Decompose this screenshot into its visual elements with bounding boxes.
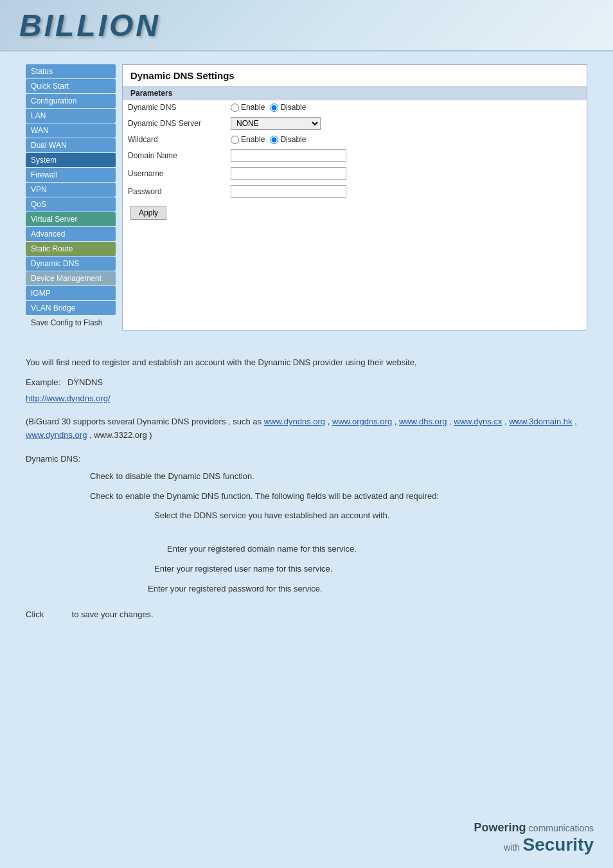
row-username: Username <box>123 165 587 183</box>
sidebar-item-qos[interactable]: QoS <box>26 197 116 212</box>
click-line: Click to save your changes. <box>26 608 587 622</box>
domain-name-input[interactable] <box>231 149 346 162</box>
provider-dyndns2[interactable]: www.dyndns.org <box>26 430 87 440</box>
footer-powering: Powering <box>474 821 526 834</box>
dynamic-dns-section-label: Dynamic DNS: <box>26 453 587 466</box>
example-label: Example: <box>26 377 60 387</box>
enter-password-text: Enter your registered password for this … <box>26 583 587 596</box>
sidebar-item-status[interactable]: Status <box>26 64 116 78</box>
row-wildcard: Wildcard Enable Disable <box>123 132 587 147</box>
label-dns-server: Dynamic DNS Server <box>123 114 226 132</box>
logo: BILLION <box>19 8 161 43</box>
example-value: DYNDNS <box>67 377 103 387</box>
footer-with: with <box>504 842 520 853</box>
password-input[interactable] <box>231 185 346 198</box>
wildcard-enable-radio[interactable] <box>231 136 239 144</box>
enter-password-span: Enter your registered password for this … <box>148 584 323 593</box>
settings-table: Dynamic DNS Enable Disable Dyn <box>123 100 587 201</box>
intro-text: You will first need to register and esta… <box>26 356 587 370</box>
sidebar-item-dynamicdns[interactable]: Dynamic DNS <box>26 257 116 271</box>
enter-domain-text: Enter your registered domain name for th… <box>26 543 587 556</box>
label-domain-name: Domain Name <box>123 147 226 165</box>
dynamic-dns-label: Dynamic DNS: <box>26 454 80 464</box>
example-link-line: http://www.dyndns.org/ <box>26 392 587 406</box>
example-link[interactable]: http://www.dyndns.org/ <box>26 393 111 403</box>
row-dynamic-dns: Dynamic DNS Enable Disable <box>123 100 587 114</box>
wildcard-enable-label[interactable]: Enable <box>231 135 265 144</box>
check-disable-span: Check to disable the Dynamic DNS functio… <box>90 471 254 481</box>
sidebar-item-lan[interactable]: LAN <box>26 109 116 123</box>
sidebar-item-igmp[interactable]: IGMP <box>26 286 116 300</box>
dynamic-dns-disable-label[interactable]: Disable <box>270 103 306 112</box>
dynamic-dns-enable-label[interactable]: Enable <box>231 103 265 112</box>
sidebar-item-configuration[interactable]: Configuration <box>26 94 116 108</box>
wildcard-disable-radio[interactable] <box>270 136 278 144</box>
provider-dhs[interactable]: www.dhs.org <box>399 417 447 426</box>
sidebar-item-advanced[interactable]: Advanced <box>26 227 116 241</box>
provider-3domain[interactable]: www.3domain.hk <box>509 417 572 426</box>
wildcard-disable-label[interactable]: Disable <box>270 135 306 144</box>
provider-dyndns[interactable]: www.dyndns.org <box>264 417 325 426</box>
apply-button[interactable]: Apply <box>130 206 166 220</box>
select-ddns-text: Select the DDNS service you have establi… <box>26 509 587 523</box>
sidebar-item-vpn[interactable]: VPN <box>26 183 116 197</box>
panel-title: Dynamic DNS Settings <box>123 65 587 86</box>
footer: Powering communications with Security <box>474 821 594 855</box>
content-panel: Dynamic DNS Settings Parameters Dynamic … <box>122 64 587 330</box>
sidebar-item-quickstart[interactable]: Quick Start <box>26 79 116 93</box>
username-input[interactable] <box>231 167 346 180</box>
sidebar-item-system[interactable]: System <box>26 153 116 167</box>
row-dns-server: Dynamic DNS Server NONE <box>123 114 587 132</box>
dynamic-dns-enable-radio[interactable] <box>231 104 239 112</box>
intro-span: You will first need to register and esta… <box>26 357 417 367</box>
label-dynamic-dns: Dynamic DNS <box>123 100 226 114</box>
sidebar-item-firewall[interactable]: Firewall <box>26 168 116 182</box>
providers-intro: (BiGuard 30 supports several Dynamic DNS… <box>26 417 264 426</box>
provider-orgdns[interactable]: www.orgdns.org <box>332 417 392 426</box>
sidebar-item-vlanbridge[interactable]: VLAN Bridge <box>26 301 116 315</box>
footer-communications: communications <box>529 823 594 833</box>
check-disable-text: Check to disable the Dynamic DNS functio… <box>26 470 587 484</box>
check-enable-text: Check to enable the Dynamic DNS function… <box>26 490 587 503</box>
label-username: Username <box>123 165 226 183</box>
enter-username-text: Enter your registered user name for this… <box>26 563 587 576</box>
click-label: Click <box>26 610 44 619</box>
dns-server-dropdown[interactable]: NONE <box>231 117 321 130</box>
row-domain-name: Domain Name <box>123 147 587 165</box>
providers-line: (BiGuard 30 supports several Dynamic DNS… <box>26 415 587 442</box>
sidebar-item-saveconfigtoflash[interactable]: Save Config to Flash <box>26 316 116 330</box>
main-layout: Status Quick Start Configuration LAN WAN… <box>0 51 613 343</box>
header: BILLION <box>0 0 613 51</box>
params-header: Parameters <box>123 86 587 100</box>
wildcard-radio-group: Enable Disable <box>231 135 582 144</box>
sidebar-item-wan[interactable]: WAN <box>26 123 116 138</box>
sidebar-item-devicemanagement[interactable]: Device Management <box>26 271 116 285</box>
sidebar-item-dualwan[interactable]: Dual WAN <box>26 138 116 152</box>
label-password: Password <box>123 183 226 201</box>
click-text: to save your changes. <box>72 610 154 619</box>
example-line: Example: DYNDNS <box>26 376 587 390</box>
footer-text: Powering communications with Security <box>474 821 594 855</box>
sidebar-item-staticroute[interactable]: Static Route <box>26 242 116 256</box>
dynamic-dns-disable-radio[interactable] <box>270 104 278 112</box>
select-ddns-span: Select the DDNS service you have establi… <box>154 511 389 520</box>
sidebar: Status Quick Start Configuration LAN WAN… <box>26 64 116 330</box>
label-wildcard: Wildcard <box>123 132 226 147</box>
check-enable-span: Check to enable the Dynamic DNS function… <box>90 491 439 501</box>
enter-domain-span: Enter your registered domain name for th… <box>167 544 357 554</box>
enter-username-span: Enter your registered user name for this… <box>154 564 332 574</box>
sidebar-item-virtualserver[interactable]: Virtual Server <box>26 212 116 226</box>
row-password: Password <box>123 183 587 201</box>
footer-security: Security <box>523 835 594 854</box>
provider-dyns[interactable]: www.dyns.cx <box>454 417 502 426</box>
description-area: You will first need to register and esta… <box>0 343 613 641</box>
dynamic-dns-radio-group: Enable Disable <box>231 103 582 112</box>
